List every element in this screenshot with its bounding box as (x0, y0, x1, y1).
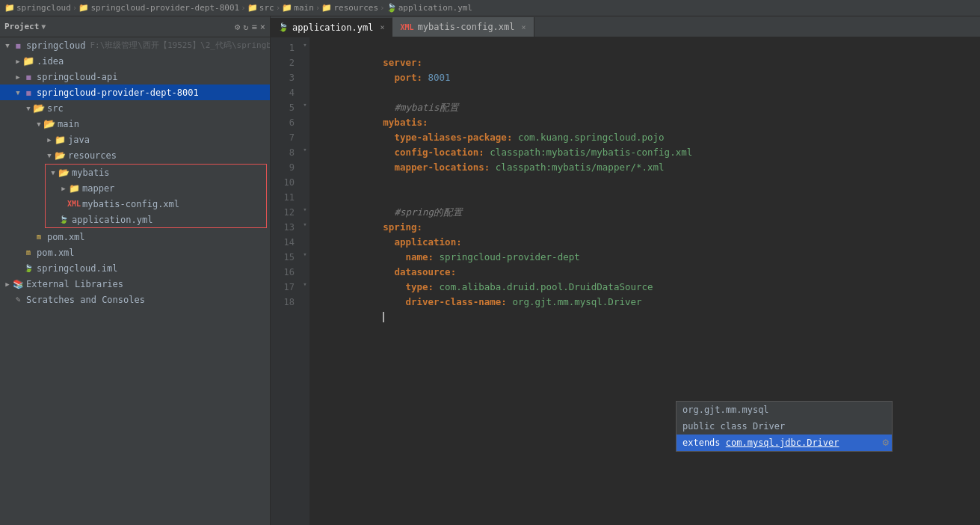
gutter: ▾ ▾ ▾ ▾ ▾ ▾ ▾ (301, 37, 309, 525)
module-icon-springcloud: ◼ (12, 40, 24, 52)
code-key-spring: spring: (383, 221, 422, 233)
breadcrumb-item-4[interactable]: main (294, 3, 314, 13)
code-line-1: server: (315, 40, 980, 55)
tree-item-springcloud[interactable]: ▼ ◼ springcloud F:\班级管理\西开【19525】\2_代码\s… (0, 37, 270, 53)
code-line-4: #mybatis配置 (315, 85, 980, 100)
folder-icon-idea: 📁 (22, 55, 34, 67)
arrow-main: ▼ (34, 120, 43, 129)
main-container: 📁 springcloud › 📁 springcloud-provider-d… (0, 0, 980, 525)
breadcrumb-item-2[interactable]: springcloud-provider-dept-8001 (90, 3, 239, 13)
autocomplete-item-2[interactable]: public class Driver (677, 418, 892, 435)
autocomplete-label-3: extends com.mysql.jdbc.Driver (682, 438, 839, 448)
breadcrumb-item-1[interactable]: springcloud (16, 3, 71, 13)
tab-close-application-yml[interactable]: × (380, 23, 384, 31)
tree-item-springcloud-api[interactable]: ▶ ◼ springcloud-api (0, 69, 270, 85)
arrow-java: ▶ (45, 135, 54, 144)
code-key-server: server: (383, 57, 422, 68)
label-pom-root: pom.xml (37, 248, 75, 258)
breadcrumb-folder-icon2: 📁 (78, 3, 89, 13)
tree-item-mapper[interactable]: ▶ 📁 mapper (46, 180, 266, 196)
gutter-14 (301, 232, 309, 247)
tree-item-provider-dept[interactable]: ▼ ◼ springcloud-provider-dept-8001 (0, 85, 270, 100)
arrow-provider: ▼ (13, 88, 22, 97)
code-key-application: application: (394, 236, 461, 248)
tree-item-mybatis-config[interactable]: ▶ XML mybatis-config.xml (46, 196, 266, 212)
collapse-all-icon[interactable]: ≡ (252, 22, 257, 32)
breadcrumb-bar: 📁 springcloud › 📁 springcloud-provider-d… (0, 0, 980, 16)
autocomplete-item-1[interactable]: org.gjt.mm.mysql (677, 402, 892, 418)
tab-label-application-yml: application.yml (292, 22, 373, 33)
line-num-10: 10 (271, 175, 295, 190)
arrow-idea: ▶ (13, 57, 22, 66)
code-comment-mybatis: #mybatis配置 (394, 102, 458, 113)
code-area[interactable]: server: port: 8001 #mybatis配置 mybatis: (309, 37, 980, 525)
arrow-springcloud: ▼ (3, 41, 12, 50)
label-java: java (68, 135, 90, 145)
tree-item-src[interactable]: ▼ 📂 src (0, 100, 270, 116)
module-icon-provider: ◼ (22, 87, 34, 99)
tree-item-idea[interactable]: ▶ 📁 .idea (0, 53, 270, 69)
module-icon-api: ◼ (22, 71, 34, 83)
tree-item-java[interactable]: ▶ 📁 java (0, 132, 270, 147)
project-dropdown-arrow[interactable]: ▼ (41, 22, 46, 31)
gutter-12: ▾ (301, 202, 309, 217)
line-num-16: 16 (271, 265, 295, 280)
sep4: › (315, 3, 321, 13)
autocomplete-popup[interactable]: org.gjt.mm.mysql public class Driver ext… (676, 401, 893, 452)
tree-item-resources[interactable]: ▼ 📂 resources (0, 147, 270, 163)
code-key-port: port: (394, 72, 422, 83)
code-key-mybatis: mybatis: (383, 117, 428, 128)
sep2: › (241, 3, 246, 13)
arrow-mybatis: ▼ (49, 168, 58, 177)
label-src: src (47, 103, 64, 114)
arrow-resources: ▼ (45, 151, 54, 160)
label-mybatis-config: mybatis-config.xml (82, 199, 179, 209)
tree-item-pom-root[interactable]: ▶ m pom.xml (0, 245, 270, 260)
line-num-11: 11 (271, 190, 295, 205)
close-sidebar-icon[interactable]: × (260, 22, 265, 32)
label-provider: springcloud-provider-dept-8001 (37, 88, 199, 98)
tab-mybatis-config[interactable]: XML mybatis-config.xml × (392, 17, 534, 37)
label-app-yml: application.yml (72, 215, 152, 225)
breadcrumb-item-3[interactable]: src (259, 3, 274, 13)
settings-icon[interactable]: ⚙ (235, 22, 240, 32)
line-numbers: 1 2 3 4 5 6 7 8 9 10 11 12 13 14 15 16 1 (271, 37, 301, 525)
label-api: springcloud-api (37, 72, 117, 82)
breadcrumb-item-6[interactable]: application.yml (398, 3, 472, 13)
tree-item-external-libraries[interactable]: ▶ 📚 External Libraries (0, 276, 270, 292)
code-val-type: com.alibaba.druid.pool.DruidDataSource (440, 281, 653, 292)
code-key-driver-class-name: driver-class-name: (405, 296, 506, 307)
code-key-type: type: (405, 281, 434, 292)
line-num-6: 6 (271, 115, 295, 130)
tree-item-app-yml[interactable]: ▶ 🍃 application.yml (46, 212, 266, 227)
project-tree: ▼ ◼ springcloud F:\班级管理\西开【19525】\2_代码\s… (0, 37, 270, 525)
gutter-4 (301, 82, 309, 97)
line-num-18: 18 (271, 295, 295, 310)
breadcrumb-item-5[interactable]: resources (333, 3, 378, 13)
line-num-14: 14 (271, 235, 295, 250)
tab-application-yml[interactable]: 🍃 application.yml × (271, 17, 392, 37)
pom-icon-root: m (22, 247, 34, 259)
label-main: main (58, 119, 79, 129)
tree-item-springcloud-iml[interactable]: ▶ 🍃 springcloud.iml (0, 260, 270, 276)
folder-icon-src: 📂 (33, 102, 45, 114)
label-idea: .idea (37, 56, 64, 67)
tree-item-pom-provider[interactable]: ▶ m pom.xml (0, 229, 270, 245)
folder-icon-mybatis: 📂 (58, 167, 70, 179)
autocomplete-gear-icon[interactable]: ⚙ (883, 436, 889, 448)
sidebar: Project ▼ ⚙ ↻ ≡ × ▼ ◼ springcloud F:\班级管… (0, 16, 271, 525)
code-key-type-aliases: type-aliases-package: (394, 132, 512, 143)
sync-icon[interactable]: ↻ (243, 22, 248, 32)
code-val-name: springcloud-provider-dept (440, 251, 580, 262)
tree-item-scratches[interactable]: ▶ ✎ Scratches and Consoles (0, 292, 270, 307)
autocomplete-item-3[interactable]: extends com.mysql.jdbc.Driver (677, 435, 892, 451)
gutter-2 (301, 52, 309, 67)
tree-item-mybatis[interactable]: ▼ 📂 mybatis (46, 165, 266, 180)
tree-item-main[interactable]: ▼ 📂 main (0, 116, 270, 132)
code-comment-spring: #spring的配置 (394, 206, 463, 218)
tab-close-mybatis-config[interactable]: × (522, 23, 526, 31)
breadcrumb-file-icon: 🍃 (386, 3, 397, 13)
path-springcloud: F:\班级管理\西开【19525】\2_代码\springbo... (90, 40, 270, 51)
label-springcloud: springcloud (26, 40, 85, 51)
editor-content[interactable]: 1 2 3 4 5 6 7 8 9 10 11 12 13 14 15 16 1 (271, 37, 980, 525)
